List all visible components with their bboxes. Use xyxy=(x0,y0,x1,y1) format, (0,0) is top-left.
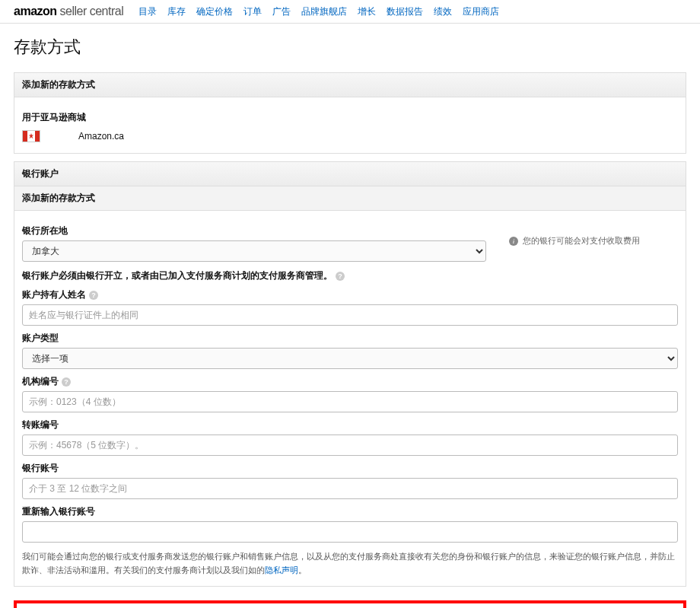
bank-location-label: 银行所在地 xyxy=(22,224,486,237)
bank-account-number-input[interactable] xyxy=(22,478,678,499)
help-icon[interactable]: ? xyxy=(62,377,71,387)
bank-account-number-label: 银行账号 xyxy=(22,462,678,475)
nav-pricing[interactable]: 确定价格 xyxy=(196,5,233,18)
top-bar: amazon seller central 目录 库存 确定价格 订单 广告 品… xyxy=(0,0,700,24)
logo-suffix: seller central xyxy=(60,5,124,18)
nav-performance[interactable]: 绩效 xyxy=(434,5,452,18)
account-type-label: 账户类型 xyxy=(22,332,678,345)
nav-reports[interactable]: 数据报告 xyxy=(387,5,423,18)
bank-location-select[interactable]: 加拿大 xyxy=(22,240,486,262)
nav-advertising[interactable]: 广告 xyxy=(272,5,291,18)
logo: amazon seller central xyxy=(14,5,123,18)
help-icon[interactable]: ? xyxy=(89,291,98,300)
bank-form: 银行所在地 加拿大 i 您的银行可能会对支付收取费用 银行账户必须由银行开立，或… xyxy=(14,211,686,587)
institution-number-label: 机构编号 ? xyxy=(22,375,678,388)
nav-stores[interactable]: 品牌旗舰店 xyxy=(301,5,347,18)
marketplace-name: Amazon.ca xyxy=(78,131,124,142)
logo-prefix: amazon xyxy=(14,5,57,18)
holder-name-label: 账户持有人姓名 ? xyxy=(22,288,678,301)
holder-name-input[interactable] xyxy=(22,304,678,326)
svg-marker-0 xyxy=(29,133,33,138)
marketplace-section: 用于亚马逊商城 Amazon.ca xyxy=(14,97,686,154)
verify-account-box: 识别您的银行账户 为防止滥用您的银行账户，您需要验证末尾数字为144的账户详情，… xyxy=(14,600,686,608)
add-method-subheading: 添加新的存款方式 xyxy=(14,186,686,211)
nav-orders[interactable]: 订单 xyxy=(243,5,262,18)
privacy-link[interactable]: 隐私声明 xyxy=(265,565,298,575)
marketplace-row: Amazon.ca xyxy=(22,127,678,145)
used-for-label: 用于亚马逊商城 xyxy=(22,111,678,124)
transit-number-label: 转账编号 xyxy=(22,419,678,431)
info-icon: i xyxy=(509,237,518,246)
help-icon[interactable]: ? xyxy=(336,272,345,281)
transit-number-input[interactable] xyxy=(22,435,678,456)
psp-note: 银行账户必须由银行开立，或者由已加入支付服务商计划的支付服务商管理。 ? xyxy=(22,269,678,282)
nav-catalog[interactable]: 目录 xyxy=(138,5,157,18)
page-title: 存款方式 xyxy=(14,36,686,59)
institution-number-input[interactable] xyxy=(22,391,678,412)
flag-canada-icon xyxy=(22,130,40,142)
nav-inventory[interactable]: 库存 xyxy=(167,5,186,18)
top-nav: 目录 库存 确定价格 订单 广告 品牌旗舰店 增长 数据报告 绩效 应用商店 xyxy=(138,5,499,18)
reenter-account-input[interactable] xyxy=(22,521,678,543)
disclaimer-text: 我们可能会通过向您的银行或支付服务商发送您的银行账户和销售账户信息，以及从您的支… xyxy=(22,550,678,577)
bank-account-heading: 银行账户 xyxy=(14,161,686,186)
main-container: 存款方式 添加新的存款方式 用于亚马逊商城 Amazon.ca 银行账户 添加新… xyxy=(0,24,700,608)
reenter-account-label: 重新输入银行账号 xyxy=(22,505,678,518)
fee-note: i 您的银行可能会对支付收取费用 xyxy=(509,218,678,247)
nav-growth[interactable]: 增长 xyxy=(358,5,376,18)
account-type-select[interactable]: 选择一项 xyxy=(22,348,678,369)
nav-appstore[interactable]: 应用商店 xyxy=(463,5,499,18)
add-method-heading: 添加新的存款方式 xyxy=(14,72,686,97)
